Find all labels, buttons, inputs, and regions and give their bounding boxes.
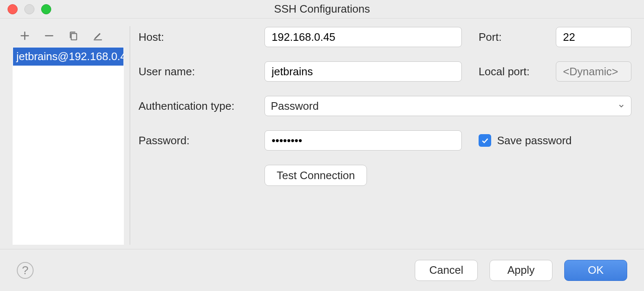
row-test: Test Connection: [139, 165, 631, 186]
cancel-button[interactable]: Cancel: [415, 260, 478, 281]
username-input[interactable]: [264, 61, 462, 82]
row-authtype: Authentication type: Password: [139, 96, 631, 116]
authtype-select[interactable]: Password: [264, 96, 631, 116]
port-input-text[interactable]: [562, 27, 625, 47]
list-item[interactable]: jetbrains@192.168.0.45: [13, 48, 123, 66]
label-local-port: Local port:: [479, 65, 542, 78]
port-input[interactable]: [556, 27, 631, 47]
label-host: Host:: [139, 31, 256, 44]
add-icon[interactable]: [18, 29, 31, 42]
checkbox-icon: [479, 134, 491, 147]
edit-icon[interactable]: [92, 29, 104, 42]
row-password: Password: Save password: [139, 130, 631, 151]
sidebar: jetbrains@192.168.0.45: [13, 26, 130, 245]
chevron-down-icon: [618, 100, 625, 113]
local-port-input: [556, 61, 631, 82]
label-authtype: Authentication type:: [139, 100, 256, 113]
save-password-checkbox[interactable]: Save password: [479, 134, 572, 147]
form: Host: Port: User name: Local port: Authe…: [139, 26, 631, 245]
remove-icon[interactable]: [43, 29, 55, 42]
password-input[interactable]: [264, 130, 462, 151]
help-icon[interactable]: ?: [17, 262, 34, 279]
username-input-text[interactable]: [271, 62, 456, 81]
copy-icon[interactable]: [67, 29, 80, 42]
row-user: User name: Local port:: [139, 61, 631, 82]
apply-button[interactable]: Apply: [490, 260, 552, 281]
row-host: Host: Port:: [139, 27, 631, 47]
label-user: User name:: [139, 65, 256, 78]
svg-rect-0: [71, 34, 77, 40]
test-connection-button[interactable]: Test Connection: [264, 165, 367, 186]
window-title: SSH Configurations: [0, 0, 644, 18]
save-password-label: Save password: [497, 134, 572, 147]
ok-button[interactable]: OK: [564, 260, 627, 281]
password-input-text[interactable]: [271, 131, 456, 150]
host-input-text[interactable]: [271, 27, 456, 47]
label-port: Port:: [479, 31, 504, 44]
titlebar: SSH Configurations: [0, 0, 644, 19]
sidebar-toolbar: [13, 26, 124, 47]
host-input[interactable]: [264, 27, 462, 47]
label-password: Password:: [139, 134, 256, 147]
dialog-body: jetbrains@192.168.0.45 Host: Port: User …: [0, 19, 644, 249]
authtype-value: Password: [271, 100, 319, 113]
local-port-input-text: [562, 62, 625, 81]
config-list[interactable]: jetbrains@192.168.0.45: [13, 47, 124, 245]
dialog-footer: ? Cancel Apply OK: [0, 249, 644, 291]
